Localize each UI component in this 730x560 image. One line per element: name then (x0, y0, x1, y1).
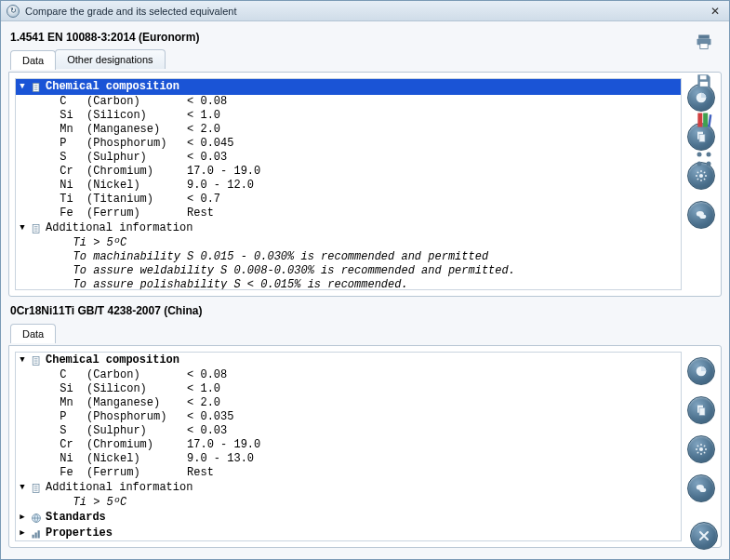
composition-row: Ni (Nickel) 9.0 - 13.0 (16, 452, 681, 466)
chat-button[interactable] (687, 201, 715, 229)
top-grade-header: 1.4541 EN 10088-3:2014 (Euronorm) (10, 31, 720, 44)
bottom-tree[interactable]: ▼Chemical composition C (Carbon) < 0.08 … (16, 353, 681, 540)
collapsed-section-label: Properties (46, 527, 113, 540)
svg-rect-2 (700, 44, 708, 49)
svg-rect-3 (700, 75, 707, 79)
composition-row: Fe (Ferrum) Rest (16, 466, 681, 480)
settings-button-2[interactable] (687, 435, 715, 463)
save-button[interactable] (691, 68, 717, 94)
window-title: Compare the grade and its selected equiv… (25, 6, 707, 17)
composition-row: Ti (Titanium) < 0.7 (16, 193, 681, 207)
book-button[interactable] (691, 107, 717, 133)
tab-other-designations[interactable]: Other designations (55, 49, 165, 69)
collapse-arrow-icon: ▼ (18, 221, 27, 235)
svg-point-11 (707, 162, 711, 167)
tab-data[interactable]: Data (10, 50, 56, 70)
bottom-tabs: Data (10, 323, 722, 342)
additional-info-line: Ti > 5ºC (16, 236, 681, 250)
svg-rect-0 (698, 35, 710, 39)
chart-icon (31, 528, 42, 540)
composition-row: Mn (Manganese) < 2.0 (16, 123, 681, 137)
expand-arrow-icon: ▶ (18, 527, 27, 540)
svg-rect-28 (699, 407, 705, 415)
section-title: Chemical composition (46, 353, 179, 367)
additional-info-line: Ti > 5ºC (16, 496, 681, 510)
section-title: Chemical composition (46, 80, 179, 94)
composition-row: C (Carbon) < 0.08 (16, 368, 681, 382)
svg-point-29 (699, 447, 703, 451)
svg-point-19 (699, 214, 706, 219)
tab-data-bottom[interactable]: Data (10, 324, 56, 343)
composition-row: Ni (Nickel) 9.0 - 12.0 (16, 179, 681, 193)
copy-button-2[interactable] (687, 396, 715, 424)
section-chemical-composition[interactable]: ▼Chemical composition (16, 79, 681, 95)
expand-arrow-icon: ▶ (18, 511, 27, 525)
document-icon (31, 355, 42, 367)
chart-button-2[interactable] (687, 357, 715, 385)
additional-info-header[interactable]: ▼Additional information (16, 220, 681, 236)
composition-row: C (Carbon) < 0.08 (16, 95, 681, 109)
collapse-arrow-icon: ▼ (18, 353, 27, 367)
collapsed-section[interactable]: ▶Properties (16, 526, 681, 540)
svg-rect-6 (703, 113, 708, 127)
svg-rect-5 (697, 113, 702, 127)
composition-row: Mn (Manganese) < 2.0 (16, 396, 681, 410)
composition-row: Si (Silicon) < 1.0 (16, 109, 681, 123)
top-tabs: Data Other designations (10, 49, 722, 69)
svg-rect-24 (35, 532, 37, 538)
collapsed-section-label: Standards (46, 511, 106, 525)
composition-row: Si (Silicon) < 1.0 (16, 382, 681, 396)
svg-rect-23 (33, 534, 34, 538)
svg-point-17 (699, 174, 703, 178)
top-tree[interactable]: ▼Chemical composition C (Carbon) < 0.08 … (16, 79, 681, 289)
svg-rect-7 (708, 114, 711, 127)
additional-info-line: To machinability S 0.015 - 0.030% is rec… (16, 250, 681, 264)
composition-row: Cr (Chromium) 17.0 - 19.0 (16, 165, 681, 179)
bottom-grade-header: 0Cr18Ni11Ti GB/T 4238-2007 (China) (10, 304, 720, 317)
globe-icon (31, 513, 42, 524)
section-chemical-composition[interactable]: ▼Chemical composition (16, 353, 681, 368)
svg-point-8 (697, 153, 702, 157)
composition-row: S (Sulphur) < 0.03 (16, 151, 681, 165)
additional-info-label: Additional information (46, 221, 192, 235)
svg-rect-4 (700, 82, 708, 87)
document-icon (31, 483, 42, 494)
svg-rect-25 (38, 530, 40, 538)
document-icon (31, 82, 42, 93)
additional-info-header[interactable]: ▼Additional information (16, 480, 681, 496)
composition-row: P (Phosphorum) < 0.045 (16, 137, 681, 151)
svg-point-9 (707, 153, 711, 157)
additional-info-line: To assure weldability S 0.008-0.030% is … (16, 264, 681, 278)
composition-row: Fe (Ferrum) Rest (16, 207, 681, 220)
collapse-arrow-icon: ▼ (18, 481, 27, 495)
app-icon: ↻ (7, 5, 20, 18)
composition-row: S (Sulphur) < 0.03 (16, 424, 681, 438)
collapsed-section[interactable]: ▶Standards (16, 510, 681, 526)
composition-row: P (Phosphorum) < 0.035 (16, 410, 681, 424)
chat-button-2[interactable] (687, 474, 715, 502)
svg-point-31 (699, 487, 706, 492)
fullscreen-button[interactable] (691, 146, 717, 172)
titlebar: ↻ Compare the grade and its selected equ… (1, 1, 729, 21)
svg-point-10 (697, 162, 702, 167)
additional-info-line: To assure polishability S < 0.015% is re… (16, 278, 681, 289)
dialog-close-button[interactable] (690, 522, 718, 550)
composition-row: Cr (Chromium) 17.0 - 19.0 (16, 438, 681, 452)
close-icon[interactable]: ✕ (707, 4, 723, 19)
additional-info-label: Additional information (46, 481, 192, 495)
document-icon (31, 223, 42, 234)
collapse-arrow-icon: ▼ (18, 80, 27, 94)
